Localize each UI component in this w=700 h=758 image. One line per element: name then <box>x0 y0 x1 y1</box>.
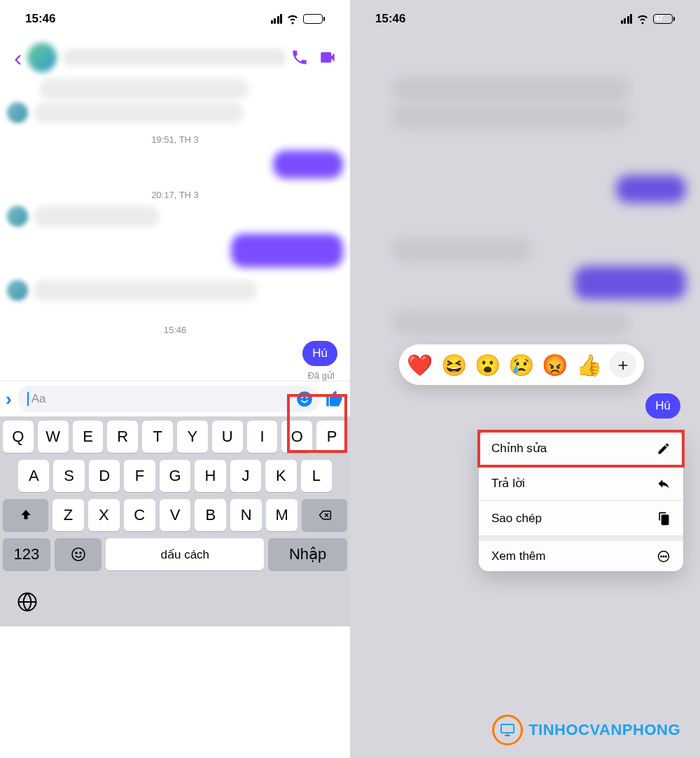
globe-icon[interactable] <box>17 591 38 612</box>
more-icon <box>657 549 671 563</box>
menu-more[interactable]: Xem thêm <box>479 536 683 571</box>
blurred-message <box>34 206 160 227</box>
status-right: 47 <box>271 13 326 25</box>
phone-right: 15:46 47 ❤️ 😆 😮 😢 😡 👍 ＋ <box>350 0 700 758</box>
backspace-key[interactable] <box>302 499 347 531</box>
svg-point-9 <box>663 556 664 557</box>
svg-point-4 <box>76 552 77 554</box>
reply-icon <box>657 477 671 491</box>
menu-edit-label: Chỉnh sửa <box>491 441 547 456</box>
message-input[interactable]: Aa <box>18 386 319 412</box>
copy-icon <box>657 512 671 526</box>
battery-icon: 47 <box>653 14 675 24</box>
key-f[interactable]: F <box>124 460 155 492</box>
reaction-add-button[interactable]: ＋ <box>610 351 636 378</box>
message-context-menu: Chỉnh sửa Trả lời Sao chép Xem thêm <box>479 431 683 571</box>
keyboard: QWERTYUIOP ASDFGHJKL ZXCVBNM 123 dấu các… <box>0 416 350 577</box>
key-n[interactable]: N <box>230 499 262 531</box>
key-m[interactable]: M <box>266 499 298 531</box>
contact-name[interactable] <box>64 49 286 66</box>
shift-key[interactable] <box>3 499 48 531</box>
wifi-icon <box>286 13 299 25</box>
blurred-message <box>34 280 258 301</box>
key-j[interactable]: J <box>230 460 261 492</box>
menu-edit[interactable]: Chỉnh sửa <box>479 431 683 466</box>
reaction-angry[interactable]: 😡 <box>542 353 568 377</box>
phone-left: 15:46 47 ‹ <box>0 0 350 758</box>
blurred-message <box>34 102 244 123</box>
selected-message-bubble[interactable]: Hú <box>645 393 680 419</box>
key-w[interactable]: W <box>38 421 69 453</box>
key-y[interactable]: Y <box>177 421 208 453</box>
key-p[interactable]: P <box>316 421 347 453</box>
expand-tools-button[interactable]: › <box>6 388 12 410</box>
audio-call-button[interactable] <box>286 43 314 71</box>
emoji-keyboard-key[interactable] <box>55 538 102 570</box>
sender-avatar <box>7 206 28 227</box>
reaction-heart[interactable]: ❤️ <box>407 353 433 377</box>
timestamp-label: 19:51, TH 3 <box>0 125 350 149</box>
key-l[interactable]: L <box>301 460 332 492</box>
input-placeholder: Aa <box>31 392 295 406</box>
key-g[interactable]: G <box>160 460 190 492</box>
sent-message-bubble[interactable]: Hú <box>302 341 337 366</box>
reaction-picker: ❤️ 😆 😮 😢 😡 👍 ＋ <box>399 344 644 385</box>
thumbs-up-button[interactable] <box>325 389 344 409</box>
back-button[interactable]: ‹ <box>8 44 27 71</box>
signal-icon <box>271 14 283 24</box>
key-q[interactable]: Q <box>3 421 34 453</box>
delivery-status: Đã gửi <box>0 370 350 381</box>
key-t[interactable]: T <box>142 421 173 453</box>
emoji-icon[interactable] <box>295 390 314 408</box>
menu-copy[interactable]: Sao chép <box>479 501 683 536</box>
sender-avatar <box>7 102 28 123</box>
message-input-bar: › Aa <box>0 381 350 416</box>
signal-icon <box>621 14 633 24</box>
numeric-key[interactable]: 123 <box>3 538 50 570</box>
video-call-button[interactable] <box>314 43 342 71</box>
key-s[interactable]: S <box>53 460 84 492</box>
key-e[interactable]: E <box>73 421 104 453</box>
status-right: 47 <box>621 13 676 25</box>
sender-avatar <box>7 280 28 301</box>
svg-rect-11 <box>501 724 514 733</box>
svg-point-10 <box>666 556 667 557</box>
wifi-icon <box>636 13 649 25</box>
watermark: TINHOCVANPHONG <box>492 715 680 745</box>
timestamp-label: 15:46 <box>0 315 350 339</box>
chat-body[interactable]: 19:51, TH 3 20:17, TH 3 15:46 Hú Đã gửi <box>0 77 350 381</box>
svg-point-2 <box>306 396 308 398</box>
key-v[interactable]: V <box>160 499 191 531</box>
key-u[interactable]: U <box>212 421 243 453</box>
chat-header: ‹ <box>0 38 350 77</box>
svg-point-0 <box>297 391 312 407</box>
blurred-message <box>39 78 249 99</box>
reaction-sad[interactable]: 😢 <box>508 353 534 377</box>
key-c[interactable]: C <box>124 499 155 531</box>
key-o[interactable]: O <box>281 421 312 453</box>
svg-point-8 <box>661 556 662 557</box>
key-b[interactable]: B <box>195 499 226 531</box>
key-d[interactable]: D <box>89 460 120 492</box>
key-x[interactable]: X <box>88 499 120 531</box>
contact-avatar[interactable] <box>27 43 57 72</box>
key-z[interactable]: Z <box>52 499 84 531</box>
key-i[interactable]: I <box>247 421 278 453</box>
status-bar: 15:46 47 <box>350 0 700 38</box>
key-h[interactable]: H <box>195 460 225 492</box>
space-key[interactable]: dấu cách <box>106 538 264 570</box>
timestamp-label: 20:17, TH 3 <box>0 180 350 204</box>
reaction-laugh[interactable]: 😆 <box>441 353 467 377</box>
status-time: 15:46 <box>25 12 55 26</box>
reaction-thumbs-up[interactable]: 👍 <box>576 353 602 377</box>
key-r[interactable]: R <box>107 421 138 453</box>
key-a[interactable]: A <box>18 460 49 492</box>
svg-point-1 <box>301 396 303 398</box>
key-k[interactable]: K <box>265 460 296 492</box>
reaction-wow[interactable]: 😮 <box>475 353 500 377</box>
menu-reply[interactable]: Trả lời <box>479 466 683 501</box>
keyboard-dock <box>0 577 350 626</box>
enter-key[interactable]: Nhập <box>268 538 347 570</box>
menu-more-label: Xem thêm <box>491 549 545 563</box>
watermark-text: TINHOCVANPHONG <box>528 721 680 739</box>
